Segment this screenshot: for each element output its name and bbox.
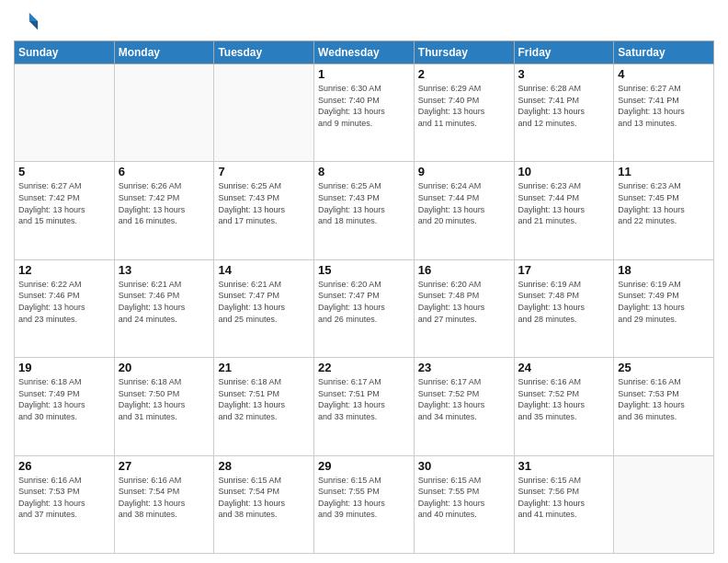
svg-marker-1 [29, 21, 38, 29]
calendar-week-5: 26Sunrise: 6:16 AM Sunset: 7:53 PM Dayli… [15, 455, 714, 553]
header [14, 9, 714, 35]
weekday-header-row: SundayMondayTuesdayWednesdayThursdayFrid… [15, 41, 714, 64]
day-number: 31 [518, 459, 610, 473]
day-number: 3 [518, 67, 610, 81]
day-number: 26 [18, 459, 110, 473]
calendar-cell: 8Sunrise: 6:25 AM Sunset: 7:43 PM Daylig… [314, 162, 415, 259]
day-info: Sunrise: 6:18 AM Sunset: 7:51 PM Dayligh… [218, 376, 310, 422]
day-info: Sunrise: 6:21 AM Sunset: 7:47 PM Dayligh… [218, 279, 310, 325]
day-info: Sunrise: 6:20 AM Sunset: 7:48 PM Dayligh… [418, 279, 510, 325]
day-info: Sunrise: 6:20 AM Sunset: 7:47 PM Dayligh… [318, 279, 410, 325]
calendar-week-1: 1Sunrise: 6:30 AM Sunset: 7:40 PM Daylig… [15, 64, 714, 162]
day-info: Sunrise: 6:21 AM Sunset: 7:46 PM Dayligh… [119, 279, 210, 325]
day-info: Sunrise: 6:27 AM Sunset: 7:42 PM Dayligh… [18, 180, 110, 226]
day-info: Sunrise: 6:19 AM Sunset: 7:48 PM Dayligh… [518, 279, 610, 325]
day-info: Sunrise: 6:25 AM Sunset: 7:43 PM Dayligh… [318, 180, 410, 226]
day-number: 19 [18, 361, 110, 374]
day-number: 11 [618, 165, 710, 178]
calendar-cell: 16Sunrise: 6:20 AM Sunset: 7:48 PM Dayli… [414, 259, 514, 357]
calendar-cell: 28Sunrise: 6:15 AM Sunset: 7:54 PM Dayli… [214, 455, 314, 553]
day-number: 29 [318, 459, 410, 473]
day-info: Sunrise: 6:17 AM Sunset: 7:51 PM Dayligh… [318, 376, 410, 422]
day-info: Sunrise: 6:16 AM Sunset: 7:52 PM Dayligh… [518, 376, 610, 422]
calendar-cell: 18Sunrise: 6:19 AM Sunset: 7:49 PM Dayli… [614, 259, 714, 357]
calendar-week-3: 12Sunrise: 6:22 AM Sunset: 7:46 PM Dayli… [15, 259, 714, 357]
day-number: 28 [218, 459, 310, 473]
day-info: Sunrise: 6:28 AM Sunset: 7:41 PM Dayligh… [518, 83, 610, 129]
day-number: 25 [618, 361, 710, 374]
calendar-cell: 4Sunrise: 6:27 AM Sunset: 7:41 PM Daylig… [614, 64, 714, 162]
day-info: Sunrise: 6:29 AM Sunset: 7:40 PM Dayligh… [418, 83, 510, 129]
day-info: Sunrise: 6:15 AM Sunset: 7:54 PM Dayligh… [218, 475, 310, 521]
calendar-cell: 10Sunrise: 6:23 AM Sunset: 7:44 PM Dayli… [514, 162, 614, 259]
calendar-cell: 24Sunrise: 6:16 AM Sunset: 7:52 PM Dayli… [514, 358, 614, 455]
day-info: Sunrise: 6:17 AM Sunset: 7:52 PM Dayligh… [418, 376, 510, 422]
calendar-cell: 31Sunrise: 6:15 AM Sunset: 7:56 PM Dayli… [514, 455, 614, 553]
calendar-cell: 17Sunrise: 6:19 AM Sunset: 7:48 PM Dayli… [514, 259, 614, 357]
day-info: Sunrise: 6:18 AM Sunset: 7:49 PM Dayligh… [18, 376, 110, 422]
day-info: Sunrise: 6:22 AM Sunset: 7:46 PM Dayligh… [18, 279, 110, 325]
calendar-cell: 29Sunrise: 6:15 AM Sunset: 7:55 PM Dayli… [314, 455, 415, 553]
weekday-header-wednesday: Wednesday [314, 41, 415, 64]
day-info: Sunrise: 6:15 AM Sunset: 7:56 PM Dayligh… [518, 475, 610, 521]
day-number: 21 [218, 361, 310, 374]
calendar-cell: 6Sunrise: 6:26 AM Sunset: 7:42 PM Daylig… [114, 162, 214, 259]
day-number: 24 [518, 361, 610, 374]
weekday-header-tuesday: Tuesday [214, 41, 314, 64]
calendar-cell: 15Sunrise: 6:20 AM Sunset: 7:47 PM Dayli… [314, 259, 415, 357]
calendar-header: SundayMondayTuesdayWednesdayThursdayFrid… [15, 41, 714, 64]
calendar-cell: 11Sunrise: 6:23 AM Sunset: 7:45 PM Dayli… [614, 162, 714, 259]
calendar-cell: 25Sunrise: 6:16 AM Sunset: 7:53 PM Dayli… [614, 358, 714, 455]
weekday-header-friday: Friday [514, 41, 614, 64]
day-info: Sunrise: 6:26 AM Sunset: 7:42 PM Dayligh… [119, 180, 210, 226]
calendar-cell: 5Sunrise: 6:27 AM Sunset: 7:42 PM Daylig… [15, 162, 115, 259]
calendar-cell: 3Sunrise: 6:28 AM Sunset: 7:41 PM Daylig… [514, 64, 614, 162]
day-number: 8 [318, 165, 410, 178]
day-number: 9 [418, 165, 510, 178]
calendar-week-4: 19Sunrise: 6:18 AM Sunset: 7:49 PM Dayli… [15, 358, 714, 455]
day-info: Sunrise: 6:24 AM Sunset: 7:44 PM Dayligh… [418, 180, 510, 226]
calendar-body: 1Sunrise: 6:30 AM Sunset: 7:40 PM Daylig… [15, 64, 714, 554]
day-number: 22 [318, 361, 410, 374]
calendar-cell: 13Sunrise: 6:21 AM Sunset: 7:46 PM Dayli… [114, 259, 214, 357]
calendar-cell: 1Sunrise: 6:30 AM Sunset: 7:40 PM Daylig… [314, 64, 415, 162]
day-number: 4 [618, 67, 710, 81]
calendar-cell: 2Sunrise: 6:29 AM Sunset: 7:40 PM Daylig… [414, 64, 514, 162]
calendar-cell: 12Sunrise: 6:22 AM Sunset: 7:46 PM Dayli… [15, 259, 115, 357]
calendar-cell: 20Sunrise: 6:18 AM Sunset: 7:50 PM Dayli… [114, 358, 214, 455]
logo [14, 9, 43, 35]
calendar-cell: 9Sunrise: 6:24 AM Sunset: 7:44 PM Daylig… [414, 162, 514, 259]
weekday-header-monday: Monday [114, 41, 214, 64]
page: SundayMondayTuesdayWednesdayThursdayFrid… [0, 0, 728, 563]
day-info: Sunrise: 6:16 AM Sunset: 7:53 PM Dayligh… [18, 475, 110, 521]
day-info: Sunrise: 6:15 AM Sunset: 7:55 PM Dayligh… [318, 475, 410, 521]
day-info: Sunrise: 6:30 AM Sunset: 7:40 PM Dayligh… [318, 83, 410, 129]
day-number: 12 [18, 263, 110, 277]
calendar: SundayMondayTuesdayWednesdayThursdayFrid… [14, 40, 714, 554]
calendar-cell: 7Sunrise: 6:25 AM Sunset: 7:43 PM Daylig… [214, 162, 314, 259]
day-number: 7 [218, 165, 310, 178]
weekday-header-sunday: Sunday [15, 41, 115, 64]
calendar-week-2: 5Sunrise: 6:27 AM Sunset: 7:42 PM Daylig… [15, 162, 714, 259]
day-number: 15 [318, 263, 410, 277]
calendar-cell: 26Sunrise: 6:16 AM Sunset: 7:53 PM Dayli… [15, 455, 115, 553]
day-info: Sunrise: 6:25 AM Sunset: 7:43 PM Dayligh… [218, 180, 310, 226]
calendar-cell: 22Sunrise: 6:17 AM Sunset: 7:51 PM Dayli… [314, 358, 415, 455]
calendar-cell [214, 64, 314, 162]
logo-icon [14, 9, 40, 35]
calendar-cell [614, 455, 714, 553]
day-info: Sunrise: 6:16 AM Sunset: 7:54 PM Dayligh… [119, 475, 210, 521]
day-info: Sunrise: 6:16 AM Sunset: 7:53 PM Dayligh… [618, 376, 710, 422]
day-info: Sunrise: 6:27 AM Sunset: 7:41 PM Dayligh… [618, 83, 710, 129]
day-number: 1 [318, 67, 410, 81]
day-info: Sunrise: 6:23 AM Sunset: 7:45 PM Dayligh… [618, 180, 710, 226]
day-number: 27 [119, 459, 210, 473]
calendar-cell: 19Sunrise: 6:18 AM Sunset: 7:49 PM Dayli… [15, 358, 115, 455]
weekday-header-thursday: Thursday [414, 41, 514, 64]
calendar-cell: 30Sunrise: 6:15 AM Sunset: 7:55 PM Dayli… [414, 455, 514, 553]
day-number: 6 [119, 165, 210, 178]
calendar-cell: 21Sunrise: 6:18 AM Sunset: 7:51 PM Dayli… [214, 358, 314, 455]
day-number: 23 [418, 361, 510, 374]
calendar-cell: 27Sunrise: 6:16 AM Sunset: 7:54 PM Dayli… [114, 455, 214, 553]
day-number: 17 [518, 263, 610, 277]
